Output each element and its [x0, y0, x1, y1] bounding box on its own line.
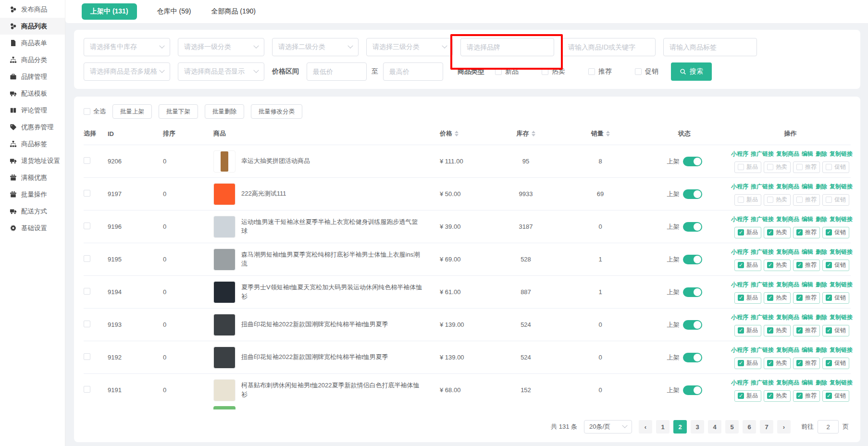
- action-link[interactable]: 复制链接: [830, 281, 853, 289]
- sidebar-item[interactable]: 基础设置: [0, 220, 65, 236]
- tag-checkbox[interactable]: 推荐: [793, 161, 820, 173]
- product-thumbnail[interactable]: [213, 150, 236, 173]
- action-link[interactable]: 删除: [816, 313, 827, 322]
- status-toggle[interactable]: [683, 353, 702, 362]
- tag-checkbox[interactable]: ✓热卖: [764, 227, 791, 238]
- sidebar-item[interactable]: 退货地址设置: [0, 152, 65, 169]
- action-link[interactable]: 小程序: [731, 248, 748, 256]
- page-button[interactable]: 4: [708, 420, 721, 434]
- action-link[interactable]: 小程序: [731, 313, 748, 322]
- status-toggle[interactable]: [683, 385, 702, 395]
- tag-checkbox[interactable]: 推荐: [793, 194, 820, 206]
- column-header[interactable]: 库存: [490, 129, 562, 138]
- product-type-checkbox[interactable]: 新品: [495, 67, 519, 76]
- filter-select-row1-3[interactable]: 请选择二级分类: [272, 38, 359, 56]
- product-thumbnail[interactable]: [213, 281, 236, 303]
- product-thumbnail[interactable]: [213, 379, 236, 401]
- page-button[interactable]: 7: [760, 420, 773, 434]
- tab[interactable]: 仓库中 (59): [157, 7, 191, 16]
- tag-checkbox[interactable]: ✓热卖: [764, 358, 791, 369]
- tag-checkbox[interactable]: ✓促销: [822, 358, 849, 369]
- row-checkbox[interactable]: [84, 223, 90, 229]
- action-link[interactable]: 删除: [816, 248, 827, 256]
- product-thumbnail[interactable]: [213, 347, 236, 369]
- page-size-select[interactable]: 20条/页: [584, 420, 632, 434]
- action-link[interactable]: 编辑: [802, 379, 813, 387]
- action-link[interactable]: 推广链接: [751, 150, 774, 158]
- tag-checkbox[interactable]: 促销: [822, 194, 849, 206]
- column-header[interactable]: 价格: [432, 129, 490, 138]
- batch-action-button[interactable]: 批量下架: [159, 104, 198, 119]
- action-link[interactable]: 复制链接: [830, 248, 853, 256]
- batch-action-button[interactable]: 批量删除: [205, 104, 244, 119]
- sidebar-item[interactable]: 发布商品: [0, 1, 65, 18]
- action-link[interactable]: 复制商品: [776, 183, 799, 191]
- product-thumbnail[interactable]: [213, 183, 236, 205]
- status-toggle[interactable]: [683, 189, 702, 199]
- sidebar-item[interactable]: 商品标签: [0, 136, 65, 152]
- action-link[interactable]: 复制链接: [830, 183, 853, 191]
- action-link[interactable]: 删除: [816, 183, 827, 191]
- action-link[interactable]: 复制链接: [830, 313, 853, 322]
- tag-checkbox[interactable]: ✓推荐: [793, 325, 820, 336]
- tag-checkbox[interactable]: ✓新品: [734, 325, 761, 336]
- status-toggle[interactable]: [683, 287, 702, 297]
- action-link[interactable]: 复制商品: [776, 379, 799, 387]
- status-toggle[interactable]: [683, 320, 702, 330]
- product-thumbnail[interactable]: [213, 314, 236, 336]
- action-link[interactable]: 复制商品: [776, 313, 799, 322]
- filter-select-row1-4[interactable]: 请选择三级分类: [366, 38, 453, 56]
- action-link[interactable]: 小程序: [731, 183, 748, 191]
- action-link[interactable]: 删除: [816, 379, 827, 387]
- tag-checkbox[interactable]: 促销: [822, 161, 849, 173]
- search-button[interactable]: 搜索: [671, 62, 712, 81]
- tag-checkbox[interactable]: ✓热卖: [764, 390, 791, 402]
- product-type-checkbox[interactable]: 促销: [635, 67, 658, 76]
- action-link[interactable]: 复制链接: [830, 379, 853, 387]
- page-button[interactable]: 1: [656, 420, 670, 434]
- action-link[interactable]: 复制商品: [776, 281, 799, 289]
- column-header[interactable]: 销量: [562, 129, 639, 138]
- row-checkbox[interactable]: [84, 288, 90, 295]
- product-type-checkbox[interactable]: 热卖: [542, 67, 565, 76]
- tag-checkbox[interactable]: ✓新品: [734, 390, 761, 402]
- action-link[interactable]: 编辑: [802, 215, 813, 223]
- tag-checkbox[interactable]: ✓推荐: [793, 390, 820, 402]
- action-link[interactable]: 小程序: [731, 215, 748, 223]
- action-link[interactable]: 推广链接: [751, 313, 774, 322]
- tag-checkbox[interactable]: ✓新品: [734, 292, 761, 304]
- action-link[interactable]: 小程序: [731, 150, 748, 158]
- sidebar-item[interactable]: 优惠券管理: [0, 119, 65, 136]
- action-link[interactable]: 小程序: [731, 346, 748, 354]
- row-checkbox[interactable]: [84, 255, 90, 262]
- tag-checkbox[interactable]: ✓推荐: [793, 292, 820, 304]
- action-link[interactable]: 复制商品: [776, 346, 799, 354]
- sidebar-item[interactable]: 评论管理: [0, 102, 65, 119]
- product-id-keyword-input[interactable]: [562, 38, 656, 56]
- sort-carets-icon[interactable]: [606, 131, 610, 137]
- product-type-checkbox[interactable]: 推荐: [588, 67, 612, 76]
- action-link[interactable]: 删除: [816, 281, 827, 289]
- max-price-input[interactable]: [383, 62, 443, 81]
- action-link[interactable]: 推广链接: [751, 346, 774, 354]
- filter-select-row1-1[interactable]: 请选择售中库存: [84, 38, 170, 56]
- action-link[interactable]: 推广链接: [751, 183, 774, 191]
- action-link[interactable]: 复制商品: [776, 215, 799, 223]
- sidebar-item[interactable]: 商品分类: [0, 51, 65, 68]
- sidebar-item[interactable]: 品牌管理: [0, 68, 65, 85]
- product-thumbnail[interactable]: [213, 216, 236, 238]
- status-toggle[interactable]: [683, 222, 702, 232]
- action-link[interactable]: 推广链接: [751, 248, 774, 256]
- tag-checkbox[interactable]: ✓促销: [822, 325, 849, 336]
- action-link[interactable]: 复制链接: [830, 150, 853, 158]
- row-checkbox[interactable]: [84, 157, 90, 164]
- tag-checkbox[interactable]: 新品: [734, 161, 761, 173]
- batch-action-button[interactable]: 批量上架: [112, 104, 152, 119]
- page-button[interactable]: 3: [691, 420, 704, 434]
- action-link[interactable]: 复制商品: [776, 150, 799, 158]
- row-checkbox[interactable]: [84, 190, 90, 197]
- tag-checkbox[interactable]: ✓推荐: [793, 260, 820, 271]
- brand-input[interactable]: [460, 38, 554, 56]
- action-link[interactable]: 编辑: [802, 346, 813, 354]
- action-link[interactable]: 删除: [816, 346, 827, 354]
